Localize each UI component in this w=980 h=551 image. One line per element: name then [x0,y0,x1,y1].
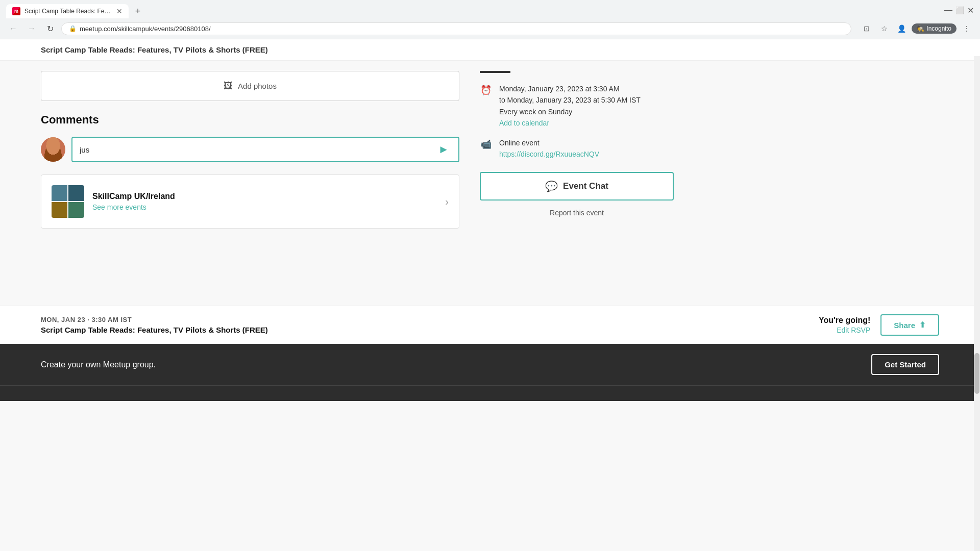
footer-actions: You're going! Edit RSVP Share ⬆ [819,314,939,336]
discord-link[interactable]: https://discord.gg/RxuueacNQV [499,150,599,158]
group-avatar-cell-1 [52,185,67,201]
chat-icon: 💬 [545,180,558,192]
tab-favicon: m [12,7,20,15]
incognito-icon: 🕵 [917,25,924,32]
address-bar[interactable]: 🔒 meetup.com/skillcampuk/events/29068010… [61,22,851,35]
back-button[interactable]: ← [6,21,20,36]
online-event-label: Online event [499,137,599,148]
menu-icon[interactable]: ⋮ [960,21,974,36]
comment-input-wrapper: ► [71,137,459,162]
footer-event-info: MON, JAN 23 · 3:30 AM IST Script Camp Ta… [41,316,268,334]
add-photos-label: Add photos [238,82,277,90]
group-avatar-cell-2 [68,185,84,201]
browser-titlebar: m Script Camp Table Reads: Featur... ✕ +… [0,0,980,18]
avatar-image [41,137,65,162]
group-avatar-grid [52,185,84,218]
group-avatar-cell-3 [52,202,67,218]
maximize-icon[interactable]: ⬜ [955,6,964,14]
promo-bar-bottom [0,386,980,401]
user-avatar [41,137,65,162]
see-more-events-link[interactable]: See more events [92,203,146,211]
comment-input[interactable] [80,145,436,154]
tab-title: Script Camp Table Reads: Featur... [24,8,112,15]
main-content: 🖼 Add photos Comments ► [41,71,459,295]
page-header-strip: Script Camp Table Reads: Features, TV Pi… [0,39,980,61]
sidebar-underline-bar [480,71,510,73]
cast-icon[interactable]: ⊡ [860,21,874,36]
share-button[interactable]: Share ⬆ [880,314,939,336]
promo-bar: Create your own Meetup group. Get Starte… [0,344,980,385]
event-recurring: Every week on Sunday [499,108,572,116]
browser-nav: ← → ↻ 🔒 meetup.com/skillcampuk/events/29… [0,18,980,39]
report-event-link[interactable]: Report this event [480,209,674,217]
video-icon: 📹 [480,138,492,151]
group-avatar-cell-4 [68,202,84,218]
url-text: meetup.com/skillcampuk/events/290680108/ [80,25,844,33]
send-icon: ► [438,143,449,156]
close-icon[interactable]: ✕ [967,6,974,15]
event-time-row: ⏰ Monday, January 23, 2023 at 3:30 AM to… [480,83,674,129]
add-photos-button[interactable]: 🖼 Add photos [41,71,459,101]
forward-button[interactable]: → [24,21,39,36]
new-tab-button[interactable]: + [131,4,145,18]
event-time-text: Monday, January 23, 2023 at 3:30 AM to M… [499,83,641,129]
browser-tab[interactable]: m Script Camp Table Reads: Featur... ✕ [6,4,129,18]
event-start-time: Monday, January 23, 2023 at 3:30 AM [499,85,620,93]
footer-bar: MON, JAN 23 · 3:30 AM IST Script Camp Ta… [0,306,980,344]
online-event-row: 📹 Online event https://discord.gg/Rxuuea… [480,137,674,160]
minimize-icon[interactable]: — [944,6,952,15]
tab-close-icon[interactable]: ✕ [116,8,122,15]
clock-icon: ⏰ [480,84,492,96]
edit-rsvp-link[interactable]: Edit RSVP [819,326,870,334]
event-chat-button[interactable]: 💬 Event Chat [480,172,674,201]
send-comment-button[interactable]: ► [436,143,451,156]
promo-text: Create your own Meetup group. [41,360,859,369]
comments-heading: Comments [41,113,459,127]
event-chat-label: Event Chat [563,181,608,191]
bookmark-icon[interactable]: ☆ [877,21,891,36]
going-text: You're going! [819,316,870,325]
share-label: Share [894,321,915,330]
footer-going-section: You're going! Edit RSVP [819,316,870,334]
sidebar: ⏰ Monday, January 23, 2023 at 3:30 AM to… [480,71,674,295]
event-end-time: to Monday, January 23, 2023 at 5:30 AM I… [499,96,641,104]
comment-input-row: ► [41,137,459,162]
reload-button[interactable]: ↻ [43,21,57,36]
scrollbar[interactable] [974,56,980,401]
browser-chrome: m Script Camp Table Reads: Featur... ✕ +… [0,0,980,39]
share-icon: ⬆ [919,320,926,330]
get-started-button[interactable]: Get Started [871,354,939,375]
page-body: 🖼 Add photos Comments ► [0,61,980,306]
footer-date: MON, JAN 23 · 3:30 AM IST [41,316,268,323]
online-event-text: Online event https://discord.gg/RxuueacN… [499,137,599,160]
group-card[interactable]: SkillCamp UK/Ireland See more events › [41,174,459,229]
group-name: SkillCamp UK/Ireland [92,192,437,201]
page-header-title: Script Camp Table Reads: Features, TV Pi… [41,45,268,54]
lock-icon: 🔒 [69,25,77,32]
incognito-badge[interactable]: 🕵 Incognito [912,23,957,34]
profile-icon[interactable]: 👤 [894,21,909,36]
browser-nav-icons: ⊡ ☆ 👤 🕵 Incognito ⋮ [860,21,974,36]
group-chevron-icon: › [445,196,449,208]
add-to-calendar-link[interactable]: Add to calendar [499,119,549,127]
footer-event-title: Script Camp Table Reads: Features, TV Pi… [41,325,268,334]
incognito-label: Incognito [926,25,951,32]
scrollbar-thumb[interactable] [974,353,979,394]
photo-icon: 🖼 [224,81,233,91]
group-info: SkillCamp UK/Ireland See more events [92,192,437,211]
